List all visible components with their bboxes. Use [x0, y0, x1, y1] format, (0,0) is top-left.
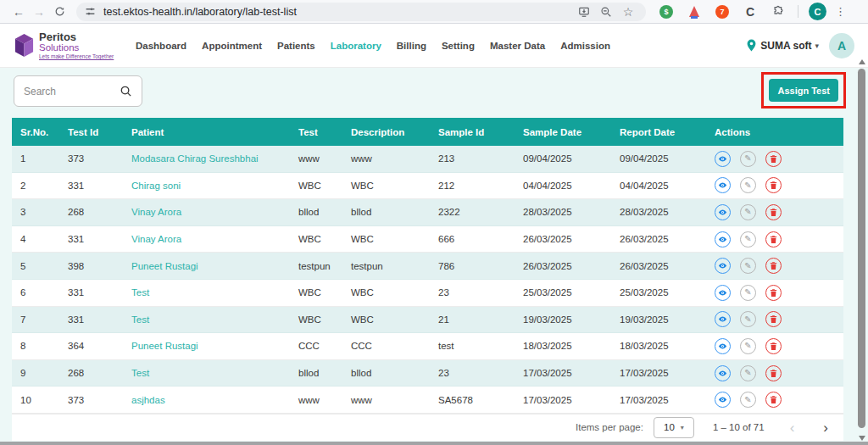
table-row: 8 364 Puneet Rustagi CCC CCC test 18/03/… — [12, 333, 843, 360]
forward-icon[interactable]: → — [29, 2, 49, 22]
site-settings-icon[interactable] — [85, 6, 96, 17]
view-icon[interactable] — [715, 338, 731, 354]
zoom-icon[interactable] — [597, 3, 615, 20]
nav-item[interactable]: Master Data — [490, 41, 545, 51]
cell-sample-id: 212 — [430, 173, 515, 199]
edit-icon[interactable]: ✎ — [740, 204, 756, 220]
view-icon[interactable] — [715, 258, 731, 274]
nav-item[interactable]: Patients — [277, 41, 315, 51]
vertical-scrollbar[interactable] — [857, 59, 867, 441]
edit-icon[interactable]: ✎ — [740, 365, 756, 381]
table-row: 3 268 Vinay Arora bllod bllod 2322 28/03… — [12, 199, 843, 226]
patient-link[interactable]: Test — [123, 307, 290, 333]
delete-icon[interactable] — [765, 365, 782, 381]
nav-item[interactable]: Setting — [442, 41, 475, 51]
view-icon[interactable] — [715, 231, 731, 248]
scroll-down-icon[interactable] — [859, 436, 865, 441]
view-icon[interactable] — [715, 392, 731, 408]
assign-test-button[interactable]: Assign Test — [769, 79, 838, 102]
nav-item[interactable]: Appointment — [202, 41, 262, 51]
patient-link[interactable]: asjhdas — [123, 387, 290, 413]
delete-icon[interactable] — [765, 231, 782, 248]
view-icon[interactable] — [715, 204, 731, 220]
table-row: 9 268 Test bllod bllod 23 17/03/2025 17/… — [12, 360, 843, 387]
view-icon[interactable] — [715, 177, 731, 193]
delete-icon[interactable] — [765, 258, 782, 274]
patient-link[interactable]: Chirag soni — [123, 173, 290, 199]
edit-icon[interactable]: ✎ — [740, 285, 756, 301]
delete-icon[interactable] — [765, 338, 782, 354]
app-logo[interactable]: Peritos Solutions Lets make Difference T… — [14, 31, 122, 60]
edit-icon[interactable]: ✎ — [740, 151, 756, 167]
edit-icon[interactable]: ✎ — [740, 392, 756, 408]
nav-item[interactable]: Dashboard — [136, 41, 186, 51]
view-icon[interactable] — [715, 151, 731, 167]
delete-icon[interactable] — [765, 177, 782, 193]
back-icon[interactable]: ← — [8, 2, 29, 22]
header-right: SUMA soft ▾ A — [746, 33, 854, 58]
url-text[interactable]: test.ektos-health.in/laboratory/lab-test… — [103, 6, 571, 18]
cell-test-id: 268 — [59, 360, 123, 387]
logo-title: Peritos — [39, 31, 114, 43]
delete-icon[interactable] — [765, 311, 782, 327]
search-input[interactable] — [24, 86, 120, 97]
location-selector[interactable]: SUMA soft ▾ — [746, 39, 819, 52]
cell-test-id: 373 — [59, 146, 123, 172]
patient-link[interactable]: Vinay Arora — [123, 199, 290, 225]
edit-icon[interactable]: ✎ — [740, 177, 756, 193]
patient-link[interactable]: Puneet Rustagi — [123, 253, 290, 279]
previous-page-icon[interactable]: ‹ — [787, 420, 798, 435]
patient-link[interactable]: Test — [123, 360, 290, 387]
cell-test-id: 268 — [59, 199, 123, 225]
delete-icon[interactable] — [765, 392, 782, 408]
delete-icon[interactable] — [765, 204, 782, 220]
extensions-puzzle-icon[interactable] — [770, 3, 787, 20]
edit-icon[interactable]: ✎ — [740, 311, 756, 327]
scroll-up-icon[interactable] — [859, 59, 865, 64]
cell-description: CCC — [342, 333, 430, 359]
bookmark-star-icon[interactable]: ☆ — [619, 3, 637, 20]
nav-item[interactable]: Laboratory — [331, 41, 381, 51]
edit-icon[interactable]: ✎ — [740, 231, 756, 248]
next-page-icon[interactable]: › — [820, 420, 832, 435]
search-icon[interactable] — [120, 85, 132, 97]
extension-crescent-icon[interactable]: C — [742, 3, 759, 20]
cell-sample-date: 04/04/2025 — [515, 173, 611, 199]
view-icon[interactable] — [715, 365, 731, 381]
cell-report-date: 25/03/2025 — [611, 280, 706, 306]
browser-menu-icon[interactable]: ⋮ — [835, 5, 846, 18]
view-icon[interactable] — [715, 285, 731, 301]
nav-item[interactable]: Billing — [397, 41, 426, 51]
view-icon[interactable] — [715, 311, 731, 327]
cell-sample-date: 26/03/2025 — [515, 226, 611, 253]
patient-link[interactable]: Modasara Chirag Sureshbhai — [123, 146, 290, 172]
cell-actions: ✎ — [706, 360, 843, 387]
page-size-value: 10 — [664, 422, 675, 432]
cell-report-date: 18/03/2025 — [611, 333, 706, 359]
delete-icon[interactable] — [765, 285, 782, 301]
extension-green-icon[interactable]: $ — [658, 3, 675, 20]
scrollbar-thumb[interactable] — [858, 69, 865, 428]
cell-sample-id: 23 — [430, 360, 515, 387]
browser-profile-avatar[interactable]: C — [809, 3, 826, 20]
patient-link[interactable]: Vinay Arora — [123, 226, 290, 253]
nav-item[interactable]: Admission — [560, 41, 610, 51]
reload-icon[interactable] — [49, 2, 70, 22]
patient-link[interactable]: Puneet Rustagi — [123, 333, 290, 359]
patient-link[interactable]: Test — [123, 280, 290, 306]
address-bar[interactable]: test.ektos-health.in/laboratory/lab-test… — [76, 3, 646, 21]
delete-icon[interactable] — [765, 151, 782, 167]
cell-report-date: 17/03/2025 — [611, 387, 706, 413]
extension-orange-icon[interactable]: 7 — [714, 3, 731, 20]
cell-description: testpun — [342, 253, 430, 279]
edit-icon[interactable]: ✎ — [740, 338, 756, 354]
cell-sr-no: 5 — [12, 253, 59, 279]
extension-rocket-icon[interactable] — [686, 3, 703, 20]
user-avatar[interactable]: A — [829, 33, 854, 58]
edit-icon[interactable]: ✎ — [740, 258, 756, 274]
extensions-row: $ 7 C — [658, 3, 787, 20]
page-size-select[interactable]: 10 ▾ — [654, 417, 694, 438]
install-app-icon[interactable] — [575, 3, 593, 20]
logo-tagline: Lets make Difference Together — [39, 53, 114, 59]
cell-report-date: 19/03/2025 — [611, 307, 706, 333]
